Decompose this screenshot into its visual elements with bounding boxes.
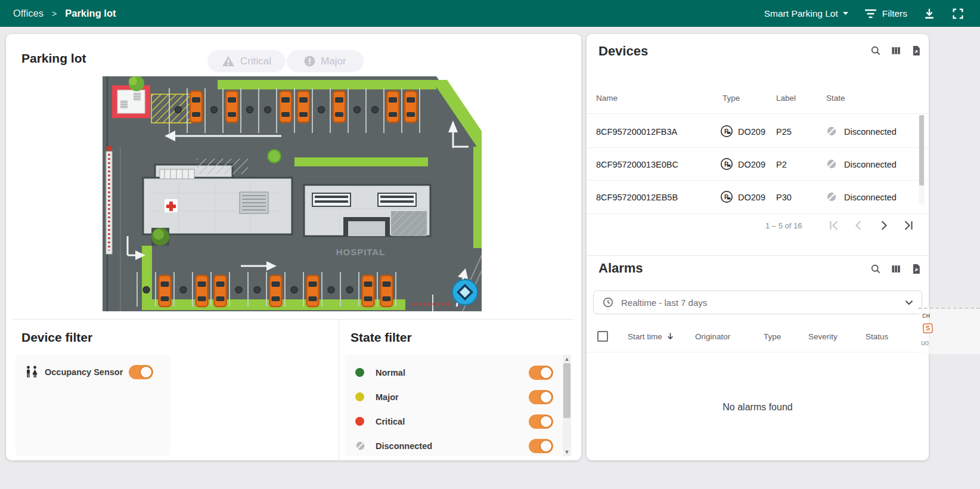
- device-name: 8CF957200012FB3A: [596, 127, 677, 137]
- occupancy-sensor-toggle[interactable]: [129, 365, 153, 379]
- critical-badge-label: Critical: [240, 55, 271, 67]
- occupancy-sensor-dot: [143, 287, 150, 293]
- parking-sensor-icon: P: [720, 190, 733, 203]
- normal-state-toggle[interactable]: [529, 366, 553, 380]
- breadcrumb-parking-lot: Parking lot: [65, 8, 116, 19]
- devices-col-type[interactable]: Type: [722, 94, 740, 103]
- alarms-col-originator[interactable]: Originator: [695, 332, 730, 341]
- device-label: P25: [776, 127, 792, 137]
- car: [270, 276, 282, 307]
- car: [196, 276, 208, 307]
- no-alarms-message: No alarms found: [587, 402, 929, 413]
- device-filter-label: Occupancy Sensor: [45, 367, 123, 377]
- critical-badge[interactable]: Critical: [207, 50, 286, 72]
- device-name: 8CF957200013E0BC: [596, 160, 678, 169]
- devices-panel-title: Devices: [598, 44, 648, 59]
- breadcrumb-offices[interactable]: Offices: [13, 8, 44, 19]
- pagination-range-label: 1 – 5 of 16: [765, 221, 802, 230]
- entity-select-dropdown[interactable]: Smart Parking Lot: [764, 8, 849, 19]
- devices-col-label[interactable]: Label: [776, 94, 796, 103]
- state-filter-row-critical: Critical: [345, 409, 571, 434]
- car: [297, 91, 309, 122]
- artifact-text: CH: [922, 312, 930, 320]
- device-filter-item-occupancy-sensor: Occupancy Sensor: [15, 355, 170, 379]
- entity-select-label: Smart Parking Lot: [764, 8, 838, 19]
- hospital-label: HOSPITAL: [336, 247, 386, 257]
- device-state: Disconnected: [844, 193, 897, 202]
- previous-page-button[interactable]: [851, 218, 866, 233]
- state-filter-panel: Normal Major Critical Disconnected: [345, 355, 571, 456]
- state-label: Critical: [376, 417, 405, 426]
- browser-extension-artifact: CH S UO: [918, 308, 980, 354]
- state-filter-title: State filter: [351, 330, 412, 345]
- download-icon[interactable]: [923, 7, 936, 20]
- select-all-checkbox[interactable]: [597, 331, 608, 342]
- scroll-up-arrow[interactable]: ▲: [563, 355, 571, 363]
- next-page-button[interactable]: [877, 218, 891, 233]
- parking-lot-widget-card: Parking lot Critical Major: [6, 34, 581, 460]
- device-type: DO209: [738, 127, 765, 137]
- alarms-col-status[interactable]: Status: [866, 332, 888, 341]
- scroll-down-arrow[interactable]: ▼: [563, 448, 571, 456]
- devices-col-state[interactable]: State: [826, 94, 845, 103]
- occupancy-sensor-dot: [235, 287, 242, 293]
- occupancy-sensor-dot: [328, 287, 334, 293]
- state-label: Normal: [376, 368, 405, 377]
- disconnected-state-toggle[interactable]: [529, 439, 553, 453]
- state-filter-scrollbar[interactable]: ▲ ▼: [563, 355, 571, 456]
- device-filter-title: Device filter: [21, 330, 92, 345]
- occupancy-sensor-dot: [291, 287, 297, 293]
- car: [215, 276, 227, 307]
- occupancy-sensor-dot: [265, 107, 271, 113]
- alarms-col-type[interactable]: Type: [764, 332, 781, 341]
- occupancy-people-icon: [24, 366, 39, 379]
- disconnected-state-icon: [355, 441, 365, 451]
- columns-icon[interactable]: [890, 45, 902, 57]
- occupancy-sensor-dot: [175, 107, 182, 113]
- device-label: P2: [776, 160, 787, 169]
- car: [381, 276, 393, 307]
- device-filter-panel: Occupancy Sensor: [15, 355, 170, 456]
- sort-descending-icon[interactable]: [665, 331, 675, 341]
- car: [226, 91, 238, 122]
- alarms-col-severity[interactable]: Severity: [808, 332, 838, 341]
- export-file-icon[interactable]: [910, 263, 922, 275]
- critical-state-toggle[interactable]: [529, 414, 553, 429]
- last-page-button[interactable]: [902, 218, 916, 233]
- car: [362, 276, 374, 307]
- car: [405, 91, 417, 122]
- parking-lot-map[interactable]: HOSPITAL: [103, 76, 482, 311]
- alarms-col-start-time[interactable]: Start time: [628, 332, 662, 341]
- occupancy-sensor-dot: [346, 287, 353, 293]
- normal-state-dot: [355, 368, 364, 377]
- major-badge[interactable]: Major: [287, 50, 364, 72]
- devices-col-name[interactable]: Name: [596, 94, 618, 103]
- export-file-icon[interactable]: [910, 45, 922, 57]
- occupancy-sensor-dot: [354, 107, 361, 113]
- car: [387, 91, 399, 122]
- map-widget-title: Parking lot: [21, 51, 86, 66]
- state-filter-row-normal: Normal: [345, 360, 571, 385]
- chevron-down-icon: [905, 300, 913, 305]
- major-state-toggle[interactable]: [529, 390, 553, 404]
- device-state: Disconnected: [844, 160, 897, 169]
- car: [190, 91, 202, 122]
- disconnected-icon: [826, 126, 837, 137]
- columns-icon[interactable]: [890, 263, 902, 275]
- extension-s-icon[interactable]: S: [922, 323, 933, 333]
- critical-state-dot: [355, 417, 364, 426]
- devices-table-scrollbar[interactable]: [919, 115, 925, 205]
- first-page-button[interactable]: [826, 218, 841, 233]
- car: [307, 276, 319, 307]
- search-icon[interactable]: [870, 45, 882, 57]
- time-window-label: Realtime - last 7 days: [621, 298, 707, 308]
- disconnected-icon: [826, 159, 837, 169]
- fullscreen-icon[interactable]: [951, 7, 965, 20]
- top-app-bar: Offices > Parking lot Smart Parking Lot …: [0, 0, 980, 27]
- occupancy-sensor-dot: [254, 287, 260, 293]
- search-icon[interactable]: [870, 263, 882, 275]
- caret-down-icon: [842, 11, 849, 16]
- filters-button[interactable]: Filters: [864, 8, 907, 19]
- alarms-time-window-dropdown[interactable]: Realtime - last 7 days: [593, 290, 922, 314]
- occupancy-sensor-dot: [372, 107, 379, 113]
